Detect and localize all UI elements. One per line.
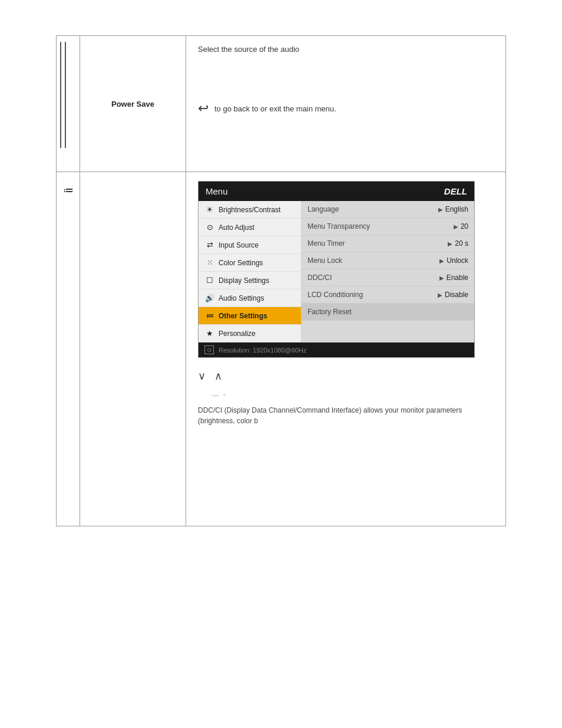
right-value-ddc-ci: ▶Enable — [439, 274, 468, 282]
color-settings-icon: ⁙ — [204, 258, 215, 267]
menu-footer: ⊙ Resolution: 1920x1080@60Hz — [199, 342, 474, 357]
small-lines: — ⁃ — [198, 391, 494, 399]
menu-brand: DELL — [444, 186, 467, 196]
display-settings-label: Display Settings — [219, 276, 269, 285]
right-label-menu-lock: Menu Lock — [308, 256, 342, 265]
nav-arrows: ∨ ∧ — [198, 370, 494, 383]
audio-settings-label: Audio Settings — [219, 294, 264, 302]
input-source-label: Input Source — [219, 241, 259, 249]
value-text-lcd-conditioning: Disable — [445, 291, 468, 299]
value-text-menu-transparency: 20 — [461, 222, 468, 230]
right-label-menu-transparency: Menu Transparency — [308, 222, 370, 230]
right-item-language[interactable]: Language▶English — [302, 201, 474, 218]
ddc-ci-description: DDC/CI (Display Data Channel/Command Int… — [198, 405, 494, 426]
audio-settings-icon: 🔊 — [204, 294, 215, 302]
right-item-menu-transparency[interactable]: Menu Transparency▶20 — [302, 218, 474, 235]
top-section: Power Save Select the source of the audi… — [56, 35, 506, 172]
right-item-menu-lock[interactable]: Menu Lock▶Unlock — [302, 252, 474, 269]
select-source-text: Select the source of the audio — [198, 45, 494, 54]
arrow-icon-language: ▶ — [438, 206, 443, 213]
arrow-icon-lcd-conditioning: ▶ — [438, 292, 442, 298]
bottom-content-col: Menu DELL ☀Brightness/Contrast⊙Auto Adju… — [186, 172, 505, 526]
right-item-ddc-ci[interactable]: DDC/CI▶Enable — [302, 269, 474, 286]
right-label-menu-timer: Menu Timer — [308, 239, 345, 248]
brightness-label: Brightness/Contrast — [219, 206, 280, 214]
menu-item-other-settings[interactable]: ≔Other Settings — [199, 307, 301, 325]
right-value-menu-timer: ▶20 s — [448, 239, 468, 248]
menu-item-display-settings[interactable]: ☐Display Settings — [199, 272, 301, 289]
top-label-col: Power Save — [80, 36, 186, 172]
menu-body: ☀Brightness/Contrast⊙Auto Adjust⇄Input S… — [199, 201, 474, 342]
nav-down-icon[interactable]: ∨ — [198, 370, 206, 383]
vert-line-2 — [65, 42, 66, 148]
input-source-icon: ⇄ — [204, 241, 215, 249]
right-value-lcd-conditioning: ▶Disable — [438, 291, 468, 299]
auto-adjust-label: Auto Adjust — [219, 223, 254, 232]
other-settings-label: Other Settings — [219, 312, 267, 320]
other-settings-icon: ≔ — [204, 311, 215, 320]
personalize-label: Personalize — [219, 330, 256, 338]
back-arrow-icon: ↩ — [198, 101, 209, 116]
brightness-icon: ☀ — [204, 205, 215, 214]
page-wrapper: Power Save Select the source of the audi… — [0, 35, 562, 728]
nav-up-icon[interactable]: ∧ — [214, 370, 222, 383]
right-value-menu-transparency: ▶20 — [454, 222, 468, 230]
right-item-lcd-conditioning[interactable]: LCD Conditioning▶Disable — [302, 286, 474, 304]
display-settings-icon: ☐ — [204, 276, 215, 285]
menu-title: Menu — [206, 186, 228, 196]
arrow-icon-menu-lock: ▶ — [439, 258, 444, 264]
back-arrow-row: ↩ to go back to or exit the main menu. — [198, 101, 494, 116]
right-label-lcd-conditioning: LCD Conditioning — [308, 291, 363, 299]
right-label-ddc-ci: DDC/CI — [308, 274, 332, 282]
bottom-icon-col: ≔ — [57, 172, 80, 526]
value-text-menu-lock: Unlock — [447, 256, 468, 265]
menu-item-input-source[interactable]: ⇄Input Source — [199, 236, 301, 254]
back-text: to go back to or exit the main menu. — [214, 104, 336, 113]
footer-logo-icon: ⊙ — [204, 345, 214, 354]
color-settings-label: Color Settings — [219, 259, 263, 267]
right-value-menu-lock: ▶Unlock — [439, 256, 468, 265]
menu-item-color-settings[interactable]: ⁙Color Settings — [199, 254, 301, 272]
bottom-section: ≔ Menu DELL ☀Brightness/Contrast⊙Auto Ad… — [56, 172, 506, 526]
power-save-label: Power Save — [111, 100, 154, 108]
menu-item-audio-settings[interactable]: 🔊Audio Settings — [199, 289, 301, 307]
value-text-menu-timer: 20 s — [455, 239, 468, 248]
arrow-icon-ddc-ci: ▶ — [439, 275, 444, 281]
menu-item-brightness[interactable]: ☀Brightness/Contrast — [199, 201, 301, 219]
right-label-language: Language — [308, 205, 339, 213]
top-icon-col — [57, 36, 80, 172]
vert-line-1 — [60, 42, 61, 148]
top-content-col: Select the source of the audio ↩ to go b… — [186, 36, 505, 172]
menu-item-personalize[interactable]: ★Personalize — [199, 325, 301, 342]
value-text-language: English — [445, 205, 468, 213]
dell-menu: Menu DELL ☀Brightness/Contrast⊙Auto Adju… — [198, 181, 475, 358]
resolution-text: Resolution: 1920x1080@60Hz — [219, 347, 306, 354]
value-text-ddc-ci: Enable — [447, 274, 468, 282]
auto-adjust-icon: ⊙ — [204, 223, 215, 232]
arrow-icon-menu-timer: ▶ — [448, 241, 452, 247]
other-settings-icon: ≔ — [63, 184, 74, 197]
bottom-label-col — [80, 172, 186, 526]
menu-right-panel: Language▶EnglishMenu Transparency▶20Menu… — [302, 201, 474, 342]
vertical-lines — [57, 36, 80, 154]
menu-header: Menu DELL — [199, 182, 474, 201]
right-item-menu-timer[interactable]: Menu Timer▶20 s — [302, 235, 474, 252]
arrow-icon-menu-transparency: ▶ — [454, 223, 458, 230]
menu-item-auto-adjust[interactable]: ⊙Auto Adjust — [199, 219, 301, 236]
right-value-language: ▶English — [438, 205, 468, 213]
menu-left-panel: ☀Brightness/Contrast⊙Auto Adjust⇄Input S… — [199, 201, 302, 342]
right-label-factory-reset: Factory Reset — [308, 308, 352, 316]
right-item-factory-reset[interactable]: Factory Reset — [302, 304, 474, 321]
personalize-icon: ★ — [204, 329, 215, 338]
